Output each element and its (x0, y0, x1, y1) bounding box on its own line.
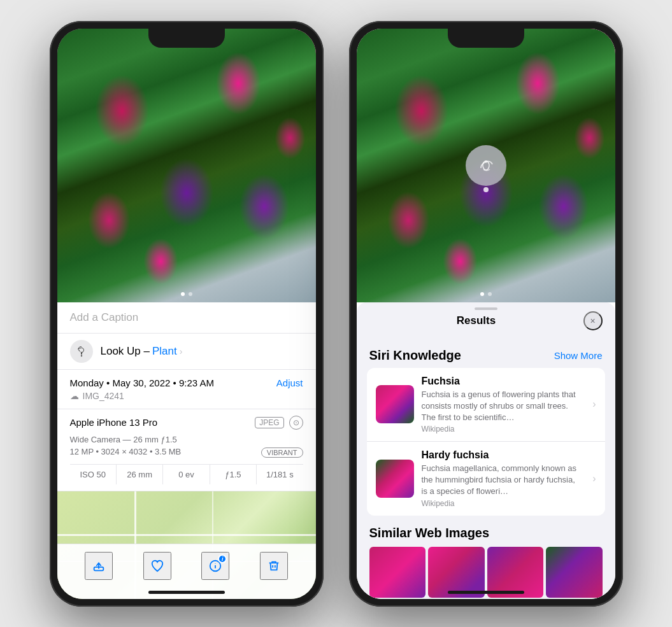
similar-img-1[interactable] (369, 547, 426, 598)
phone-2: Results × Siri Knowledge Show More (349, 21, 623, 607)
drag-handle (475, 307, 497, 310)
phone-1: Add a Caption Look Up – Plant › (50, 21, 324, 607)
camera-section: Apple iPhone 13 Pro JPEG ⊙ Wide Camera —… (57, 409, 316, 491)
exif-shutter: 1/181 s (257, 465, 303, 484)
phone-2-screen: Results × Siri Knowledge Show More (357, 29, 615, 599)
exif-iso: ISO 50 (70, 465, 117, 484)
dot-2 (189, 292, 192, 296)
hardy-fuchsia-name: Hardy fuchsia (422, 449, 583, 461)
dot-p2-1 (480, 292, 484, 296)
fuchsia-source: Wikipedia (422, 425, 583, 433)
delete-button[interactable] (260, 552, 288, 580)
lookup-icon (70, 340, 93, 363)
info-button[interactable] (201, 552, 229, 580)
photo-dots (181, 292, 192, 296)
phone1-content: Add a Caption Look Up – Plant › (57, 29, 316, 599)
svg-point-4 (485, 160, 487, 163)
flower-background (57, 29, 316, 302)
fuchsia-desc: Fuchsia is a genus of flowering plants t… (422, 389, 583, 424)
home-indicator-2 (448, 591, 524, 594)
hardy-fuchsia-source: Wikipedia (422, 499, 583, 508)
share-button[interactable] (85, 552, 113, 580)
knowledge-card: Fuchsia Fuchsia is a genus of flowering … (367, 368, 605, 516)
results-panel[interactable]: Results × Siri Knowledge Show More (357, 302, 615, 599)
date-row: Monday • May 30, 2022 • 9:23 AM Adjust (70, 377, 303, 388)
info-badge-indicator (218, 554, 227, 563)
lookup-chevron-icon: › (180, 346, 183, 356)
lookup-row[interactable]: Look Up – Plant › (57, 334, 316, 370)
knowledge-item-hardy-fuchsia[interactable]: Hardy fuchsia Fuchsia magellanica, commo… (367, 442, 605, 516)
adjust-button[interactable]: Adjust (276, 377, 303, 388)
similar-title: Similar Web Images (369, 526, 603, 540)
siri-dot (483, 187, 489, 192)
photo-display-2[interactable] (357, 29, 615, 302)
dot-p2-2 (488, 292, 492, 296)
lookup-subject: Plant (152, 345, 177, 358)
similar-section: Similar Web Images (357, 516, 615, 599)
favorite-button[interactable] (143, 552, 171, 580)
results-title: Results (369, 314, 583, 327)
info-section: Monday • May 30, 2022 • 9:23 AM Adjust ☁… (57, 370, 316, 409)
camera-badges: JPEG ⊙ (255, 416, 303, 430)
close-button[interactable]: × (583, 311, 603, 330)
lookup-text: Look Up – Plant › (101, 345, 183, 358)
notch-2 (448, 29, 524, 48)
photo-dots-2 (480, 292, 492, 296)
phone2-content: Results × Siri Knowledge Show More (357, 29, 615, 599)
exif-row: ISO 50 26 mm 0 ev ƒ1.5 1/181 s (70, 464, 303, 484)
hardy-fuchsia-chevron-icon: › (592, 473, 596, 484)
lookup-label: Look Up – (101, 345, 150, 358)
exif-focal: 26 mm (117, 465, 163, 484)
similar-img-4[interactable] (546, 547, 603, 598)
siri-knowledge-header: Siri Knowledge Show More (357, 338, 615, 368)
camera-settings-icon: ⊙ (289, 416, 303, 430)
caption-area[interactable]: Add a Caption (57, 302, 316, 334)
siri-visual-lookup-icon[interactable] (466, 145, 506, 186)
phones-container: Add a Caption Look Up – Plant › (50, 21, 623, 607)
knowledge-item-fuchsia[interactable]: Fuchsia Fuchsia is a genus of flowering … (367, 368, 605, 442)
fuchsia-text: Fuchsia Fuchsia is a genus of flowering … (422, 376, 583, 434)
lens-info: Wide Camera — 26 mm ƒ1.5 (70, 435, 303, 444)
fuchsia-thumbnail (376, 385, 414, 423)
exif-ev: 0 ev (163, 465, 210, 484)
photo-display-1[interactable] (57, 29, 316, 302)
show-more-button[interactable]: Show More (554, 350, 603, 361)
svg-point-0 (80, 355, 82, 356)
location-row: ☁ IMG_4241 (70, 391, 303, 401)
results-header: Results × (357, 302, 615, 338)
filename: IMG_4241 (83, 391, 124, 401)
notch-1 (148, 29, 225, 48)
phone-1-screen: Add a Caption Look Up – Plant › (57, 29, 316, 599)
camera-row: Apple iPhone 13 Pro JPEG ⊙ (70, 416, 303, 430)
hardy-fuchsia-desc: Fuchsia magellanica, commonly known as t… (422, 463, 583, 498)
vibrant-badge: VIBRANT (261, 447, 303, 458)
fuchsia-chevron-icon: › (592, 398, 596, 410)
caption-placeholder: Add a Caption (70, 311, 139, 323)
cloud-icon: ☁ (70, 391, 79, 401)
camera-model: Apple iPhone 13 Pro (70, 417, 158, 428)
jpeg-badge: JPEG (255, 417, 283, 428)
exif-aperture: ƒ1.5 (210, 465, 257, 484)
home-indicator-1 (148, 591, 225, 594)
fuchsia-name: Fuchsia (422, 376, 583, 387)
hardy-fuchsia-thumbnail (376, 460, 414, 498)
resolution-info: 12 MP • 3024 × 4032 • 3.5 MB (70, 447, 182, 456)
resolution-row: 12 MP • 3024 × 4032 • 3.5 MB VIBRANT (70, 447, 303, 459)
date-text: Monday • May 30, 2022 • 9:23 AM (70, 377, 214, 388)
siri-knowledge-title: Siri Knowledge (369, 348, 461, 363)
hardy-fuchsia-text: Hardy fuchsia Fuchsia magellanica, commo… (422, 449, 583, 508)
dot-1 (181, 292, 185, 296)
